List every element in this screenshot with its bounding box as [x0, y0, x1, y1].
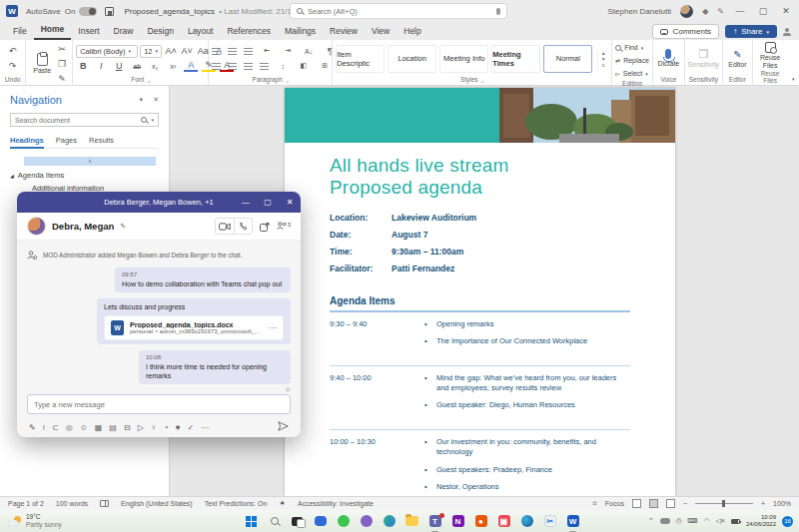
align-left-icon[interactable]: [212, 63, 221, 70]
decrease-indent-icon[interactable]: ⇤: [260, 45, 274, 58]
agenda-items-heading[interactable]: Agenda Items: [330, 295, 630, 312]
start-button[interactable]: [244, 514, 259, 529]
red-app-icon[interactable]: ▣: [496, 514, 511, 529]
wifi-icon[interactable]: ◠: [703, 517, 709, 525]
whatsapp-icon[interactable]: [336, 514, 351, 529]
tab-home[interactable]: Home: [34, 21, 72, 40]
importance-icon[interactable]: !: [43, 423, 45, 432]
task-view-icon[interactable]: [290, 514, 305, 529]
onedrive-icon[interactable]: [660, 518, 670, 524]
chat-message-2[interactable]: Lets discuss and progress W Proposed_age…: [97, 298, 291, 344]
tab-review[interactable]: Review: [323, 23, 365, 40]
snip-app-icon[interactable]: ✂: [542, 514, 557, 529]
teams-maximize-button[interactable]: ▢: [257, 192, 279, 213]
document-title[interactable]: Proposed_agenda_topics: [124, 7, 215, 16]
zoom-slider[interactable]: [695, 503, 753, 504]
autosave-toggle[interactable]: AutoSave On: [26, 7, 97, 16]
pen-mode-icon[interactable]: ✎: [717, 7, 724, 16]
tab-help[interactable]: Help: [397, 23, 427, 40]
ribbon-collapse-icon[interactable]: ▾: [792, 76, 795, 82]
editor-button[interactable]: ✎ Editor: [725, 49, 749, 69]
nav-heading-agenda-items[interactable]: ◢ Agenda Items: [10, 171, 159, 180]
send-later-icon[interactable]: ◔: [164, 423, 169, 432]
schedule-icon[interactable]: ⊟: [124, 423, 131, 432]
presenter-icon[interactable]: [783, 28, 791, 36]
redo-icon[interactable]: ↷: [6, 60, 20, 73]
save-icon[interactable]: [105, 7, 114, 16]
multilevel-list-icon[interactable]: [244, 48, 253, 55]
font-family-select[interactable]: Calibri (Body)▾: [76, 45, 138, 58]
giphy-icon[interactable]: ▦: [95, 423, 103, 432]
undo-icon[interactable]: ↶: [6, 45, 20, 58]
paste-button[interactable]: Paste: [29, 53, 55, 74]
format-painter-icon[interactable]: ✎: [55, 72, 69, 85]
italic-icon[interactable]: I: [94, 60, 108, 73]
agenda-row-3[interactable]: 10:00 – 10:30 •Our investment in you: co…: [330, 429, 630, 496]
chat-message-3[interactable]: 10:08 I think more time is needed for op…: [139, 350, 291, 384]
navigation-options-icon[interactable]: ▾: [140, 96, 144, 104]
volume-muted-icon[interactable]: ◁×: [715, 517, 724, 525]
style-normal[interactable]: Normal: [543, 45, 592, 73]
copy-icon[interactable]: ❐: [55, 57, 69, 70]
search-input[interactable]: [308, 7, 491, 16]
stream-icon[interactable]: ▷: [138, 423, 144, 432]
read-mode-icon[interactable]: [632, 499, 641, 508]
grow-font-icon[interactable]: A˄: [164, 45, 178, 58]
style-item-descriptio[interactable]: Item Descriptic: [336, 45, 385, 73]
tab-layout[interactable]: Layout: [181, 23, 221, 40]
collapse-triangle-icon[interactable]: ◢: [10, 173, 14, 179]
teams-chat-popup[interactable]: Debra Berger, Megan Bowen, +1 — ▢ ✕ Debr…: [17, 192, 301, 437]
message-compose-box[interactable]: [27, 394, 291, 414]
attach-icon[interactable]: ⊂: [52, 423, 59, 432]
teams-titlebar[interactable]: Debra Berger, Megan Bowen, +1 — ▢ ✕: [17, 192, 301, 213]
tab-references[interactable]: References: [220, 23, 277, 40]
agenda-row-1[interactable]: 9:30 – 9:40 •Opening remarks •The Import…: [330, 312, 630, 365]
superscript-icon[interactable]: x²: [166, 60, 180, 73]
share-button[interactable]: ↑ Share ▾: [725, 25, 777, 38]
bold-icon[interactable]: B: [76, 60, 90, 73]
sort-icon[interactable]: A↓: [302, 45, 316, 58]
justify-icon[interactable]: [260, 63, 269, 70]
nav-tab-pages[interactable]: Pages: [56, 136, 77, 145]
close-button[interactable]: ✕: [779, 6, 793, 16]
shrink-font-icon[interactable]: A˅: [180, 45, 194, 58]
teams-close-button[interactable]: ✕: [279, 192, 301, 213]
chat-message-1[interactable]: 09:57 How to demo collaboration with Tea…: [115, 267, 291, 292]
gem-icon[interactable]: ◆: [702, 7, 708, 16]
style-meeting-info[interactable]: Meeting Info: [439, 45, 488, 73]
style-meeting-times[interactable]: Meeting Times: [491, 45, 540, 73]
tab-insert[interactable]: Insert: [71, 23, 106, 40]
minimize-button[interactable]: —: [733, 6, 747, 16]
agenda-row-2[interactable]: 9:40 – 10:00 •Mind the gap: What we've h…: [330, 365, 630, 429]
navigation-close-icon[interactable]: ✕: [153, 96, 159, 104]
page-indicator[interactable]: Page 1 of 2: [8, 500, 44, 507]
navigation-search-box[interactable]: ▾: [10, 113, 159, 127]
find-button[interactable]: Find▾: [615, 42, 643, 53]
borders-icon[interactable]: ⊞: [318, 60, 332, 73]
open-in-app-button[interactable]: [260, 218, 270, 236]
loop-icon[interactable]: ◎: [66, 423, 73, 432]
zoom-in-icon[interactable]: +: [761, 500, 765, 507]
navigation-search-dropdown-icon[interactable]: ▾: [151, 117, 154, 123]
search-mic-icon[interactable]: [496, 8, 500, 15]
file-more-options-icon[interactable]: ⋯: [269, 323, 277, 332]
maximize-button[interactable]: ▢: [756, 6, 770, 16]
tab-design[interactable]: Design: [140, 23, 180, 40]
tray-device-icon[interactable]: ⎙: [676, 517, 682, 525]
word-taskbar-icon[interactable]: W: [565, 514, 580, 529]
zoom-level[interactable]: 100%: [773, 500, 791, 507]
nav-tab-results[interactable]: Results: [89, 136, 114, 145]
user-name[interactable]: Stephen Danelutti: [608, 7, 672, 16]
text-predictions[interactable]: Text Predictions: On: [205, 500, 268, 507]
audio-call-button[interactable]: [234, 219, 252, 234]
cut-icon[interactable]: ✂: [55, 42, 69, 55]
styles-expand-icon[interactable]: ≡: [598, 62, 608, 68]
viva-engage-icon[interactable]: [359, 514, 374, 529]
strikethrough-icon[interactable]: ab: [130, 60, 144, 73]
message-input[interactable]: [34, 400, 284, 409]
approvals-icon[interactable]: ✓: [187, 423, 194, 432]
teams-minimize-button[interactable]: —: [235, 192, 257, 213]
increase-indent-icon[interactable]: ⇥: [281, 45, 295, 58]
bullets-icon[interactable]: [212, 48, 221, 55]
teams-chat-icon[interactable]: [313, 514, 328, 529]
